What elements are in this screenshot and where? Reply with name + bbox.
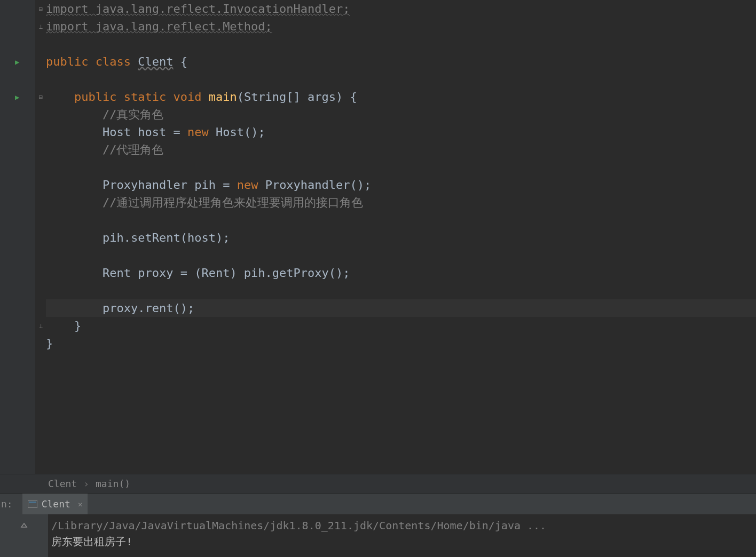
breadcrumb-method[interactable]: main() — [96, 478, 130, 489]
keyword: public class — [46, 55, 138, 68]
run-tab[interactable]: Clent ✕ — [22, 494, 88, 514]
code-text: Host(); — [209, 125, 265, 139]
import-statement: import java.lang.reflect.InvocationHandl… — [46, 2, 350, 15]
code-text: Proxyhandler(); — [258, 178, 371, 192]
run-gutter-icon[interactable]: ▶ — [15, 93, 19, 101]
comment: //代理角色 — [103, 143, 164, 156]
gutter: ⊟ ⊥ ▶ ▶⊟ ⊥ — [0, 0, 35, 474]
up-arrow-icon[interactable] — [17, 519, 32, 534]
code-text: proxy.rent(); — [103, 301, 194, 315]
run-panel-header: n: Clent ✕ — [0, 493, 756, 514]
run-tab-name: Clent — [42, 498, 70, 510]
method-name: main — [209, 90, 237, 104]
run-label: n: — [0, 498, 18, 510]
scroll-button[interactable] — [17, 539, 32, 554]
brace: } — [74, 319, 81, 332]
breadcrumb-class[interactable]: Clent — [48, 478, 77, 489]
keyword: void — [173, 90, 208, 104]
run-gutter-icon[interactable]: ▶ — [15, 58, 19, 66]
class-name: Clent — [138, 55, 173, 68]
code-area[interactable]: import java.lang.reflect.InvocationHandl… — [35, 0, 756, 474]
brace: { — [173, 55, 187, 68]
keyword: new — [187, 125, 209, 139]
console-text: 房东要出租房子! — [51, 534, 753, 550]
console-area: /Library/Java/JavaVirtualMachines/jdk1.8… — [0, 514, 756, 557]
console-toolbar — [0, 514, 48, 557]
code-text: pih.setRent(host); — [103, 231, 230, 244]
console-path: /Library/Java/JavaVirtualMachines/jdk1.8… — [51, 518, 753, 534]
breadcrumb: Clent › main() — [0, 474, 756, 493]
import-statement: import java.lang.reflect.Method; — [46, 20, 272, 33]
code-text: Rent proxy = (Rent) pih.getProxy(); — [103, 266, 350, 280]
keyword: public static — [74, 90, 173, 104]
method-args: (String[] args) { — [237, 90, 357, 104]
brace: } — [46, 337, 53, 350]
comment: //真实角色 — [103, 108, 164, 121]
close-icon[interactable]: ✕ — [78, 500, 82, 508]
code-text: Proxyhandler pih = — [103, 178, 237, 192]
editor-area: ⊟ ⊥ ▶ ▶⊟ ⊥ import java.lang.reflect.Invo… — [0, 0, 756, 474]
comment: //通过调用程序处理角色来处理要调用的接口角色 — [103, 196, 364, 209]
code-text: Host host = — [103, 125, 187, 139]
terminal-icon — [28, 499, 37, 509]
svg-rect-1 — [29, 502, 36, 503]
console-output[interactable]: /Library/Java/JavaVirtualMachines/jdk1.8… — [48, 514, 756, 557]
chevron-right-icon: › — [83, 478, 89, 489]
keyword: new — [237, 178, 258, 192]
